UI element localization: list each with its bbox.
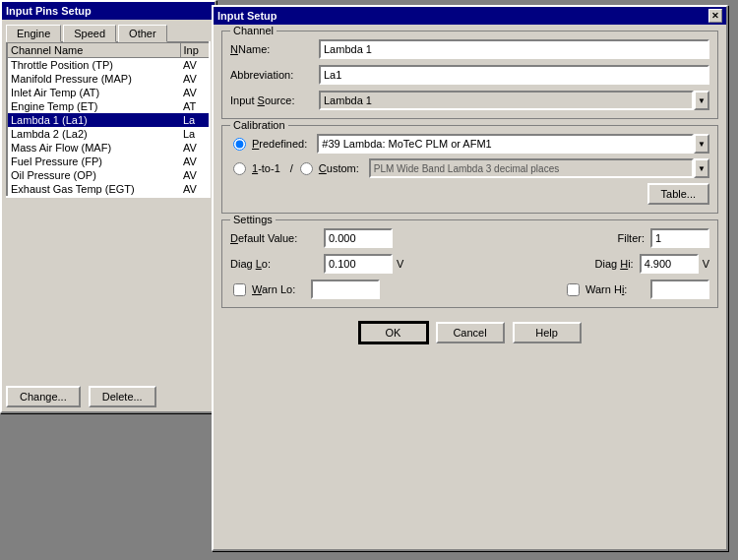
inp-cell: AV — [180, 86, 210, 99]
inp-cell: AT — [180, 99, 210, 113]
delete-button[interactable]: Delete... — [89, 386, 156, 407]
custom-input[interactable] — [369, 158, 694, 178]
predefined-dropdown-btn[interactable]: ▼ — [694, 134, 709, 154]
left-window-title: Input Pins Setup — [6, 5, 92, 17]
custom-dropdown-btn[interactable]: ▼ — [694, 158, 709, 178]
left-window-titlebar: Input Pins Setup — [2, 2, 215, 20]
inp-cell: AV — [180, 141, 210, 155]
warn-lo-checkbox[interactable] — [233, 283, 246, 296]
custom-radio[interactable] — [300, 162, 313, 175]
table-row[interactable]: Exhaust Gas Temp (EGT)AV — [7, 182, 210, 197]
default-value-row: Default Value: Filter: — [230, 228, 709, 248]
diag-lo-row: Diag Lo: V Diag Hi: V — [230, 254, 709, 274]
predefined-dropdown: ▼ — [317, 134, 709, 154]
warn-lo-input[interactable] — [311, 280, 380, 299]
settings-group: Settings Default Value: Filter: Diag Lo:… — [221, 219, 718, 308]
abbrev-input[interactable] — [319, 65, 709, 85]
warn-row: Warn Lo: Warn Hi: — [230, 280, 709, 299]
predefined-row: Predefined: ▼ — [230, 134, 709, 154]
table-row[interactable]: Mass Air Flow (MAF)AV — [7, 141, 210, 155]
change-button[interactable]: Change... — [6, 386, 81, 407]
channel-name-cell: Engine Temp (ET) — [7, 99, 180, 113]
input-setup-window: Input Setup ✕ Channel NName: Abbreviatio… — [212, 5, 728, 551]
inp-cell: AV — [180, 182, 210, 197]
table-row[interactable]: Inlet Air Temp (AT)AV — [7, 86, 210, 99]
filter-input[interactable] — [650, 228, 709, 248]
table-row[interactable]: Throttle Position (TP)AV — [7, 58, 210, 73]
channel-name-cell: Lambda 2 (La2) — [7, 127, 180, 141]
table-row[interactable]: Manifold Pressure (MAP)AV — [7, 72, 210, 86]
diag-lo-input[interactable] — [324, 254, 393, 274]
diag-lo-unit: V — [397, 258, 403, 270]
calibration-group-label: Calibration — [230, 119, 288, 131]
calibration-group: Calibration Predefined: ▼ 1-to-1 / Custo… — [221, 125, 718, 214]
abbrev-label: Abbreviation: — [230, 69, 319, 81]
right-window-title: Input Setup — [217, 10, 277, 22]
tab-other[interactable]: Other — [118, 25, 167, 42]
ok-button[interactable]: OK — [359, 322, 428, 343]
inp-cell: AV — [180, 168, 210, 182]
warn-lo-label: Warn Lo: — [252, 283, 311, 295]
name-input[interactable] — [319, 39, 709, 59]
channel-name-cell: Fuel Pressure (FP) — [7, 155, 180, 168]
channel-name-cell: Mass Air Flow (MAF) — [7, 141, 180, 155]
inp-cell: AV — [180, 155, 210, 168]
one-to-one-label: 1-to-1 — [252, 162, 280, 174]
abbrev-row: Abbreviation: — [230, 65, 709, 85]
inp-cell: AV — [180, 58, 210, 73]
input-pins-setup-window: Input Pins Setup Engine Speed Other Chan… — [0, 0, 216, 413]
custom-row: 1-to-1 / Custom: ▼ — [230, 158, 709, 178]
source-input[interactable] — [319, 91, 694, 110]
name-row: NName: — [230, 39, 709, 59]
inp-cell: La — [180, 113, 210, 127]
source-row: Input Source: ▼ — [230, 91, 709, 110]
channel-group: Channel NName: Abbreviation: Input Sourc… — [221, 31, 718, 119]
predefined-radio[interactable] — [233, 138, 246, 151]
close-button[interactable]: ✕ — [708, 9, 722, 23]
filter-label: Filter: — [595, 232, 645, 244]
channel-group-label: Channel — [230, 25, 277, 36]
inp-cell: La — [180, 127, 210, 141]
table-row[interactable]: Lambda 1 (La1)La — [7, 113, 210, 127]
cancel-button[interactable]: Cancel — [436, 322, 505, 343]
custom-dropdown: ▼ — [369, 158, 709, 178]
warn-hi-input[interactable] — [650, 280, 709, 299]
col-channel-name: Channel Name — [7, 42, 180, 58]
bottom-buttons: OK Cancel Help — [214, 314, 726, 351]
tab-speed[interactable]: Speed — [63, 25, 116, 42]
tab-bar: Engine Speed Other — [2, 20, 215, 41]
channel-name-cell: Throttle Position (TP) — [7, 58, 180, 73]
channel-name-cell: Inlet Air Temp (AT) — [7, 86, 180, 99]
settings-group-label: Settings — [230, 214, 276, 225]
table-button[interactable]: Table... — [647, 183, 709, 205]
name-label: NName: — [230, 43, 319, 55]
table-row[interactable]: Oil Pressure (OP)AV — [7, 168, 210, 182]
help-button[interactable]: Help — [513, 322, 582, 343]
one-to-one-radio[interactable] — [233, 162, 246, 175]
inp-cell: AV — [180, 72, 210, 86]
diag-hi-unit: V — [703, 258, 709, 270]
default-value-input[interactable] — [324, 228, 393, 248]
channel-name-cell: Oil Pressure (OP) — [7, 168, 180, 182]
custom-label: Custom: — [319, 162, 359, 174]
default-value-label: Default Value: — [230, 232, 324, 244]
channel-name-cell: Lambda 1 (La1) — [7, 113, 180, 127]
source-label: Input Source: — [230, 94, 319, 106]
diag-hi-label: Diag Hi: — [575, 258, 634, 270]
channel-table: Channel Name Inp Throttle Position (TP)A… — [6, 41, 211, 198]
diag-hi-input[interactable] — [640, 254, 699, 274]
warn-hi-checkbox[interactable] — [567, 283, 580, 296]
col-inp: Inp — [180, 42, 210, 58]
predefined-label: Predefined: — [252, 138, 307, 150]
predefined-input[interactable] — [317, 134, 694, 154]
channel-name-cell: Manifold Pressure (MAP) — [7, 72, 180, 86]
table-row[interactable]: Engine Temp (ET)AT — [7, 99, 210, 113]
source-dropdown-btn[interactable]: ▼ — [694, 91, 709, 110]
tab-engine[interactable]: Engine — [6, 25, 61, 42]
table-row[interactable]: Fuel Pressure (FP)AV — [7, 155, 210, 168]
diag-lo-label: Diag Lo: — [230, 258, 324, 270]
table-row[interactable]: Lambda 2 (La2)La — [7, 127, 210, 141]
source-dropdown: ▼ — [319, 91, 709, 110]
channel-name-cell: Exhaust Gas Temp (EGT) — [7, 182, 180, 197]
warn-hi-label: Warn Hi: — [585, 283, 645, 295]
